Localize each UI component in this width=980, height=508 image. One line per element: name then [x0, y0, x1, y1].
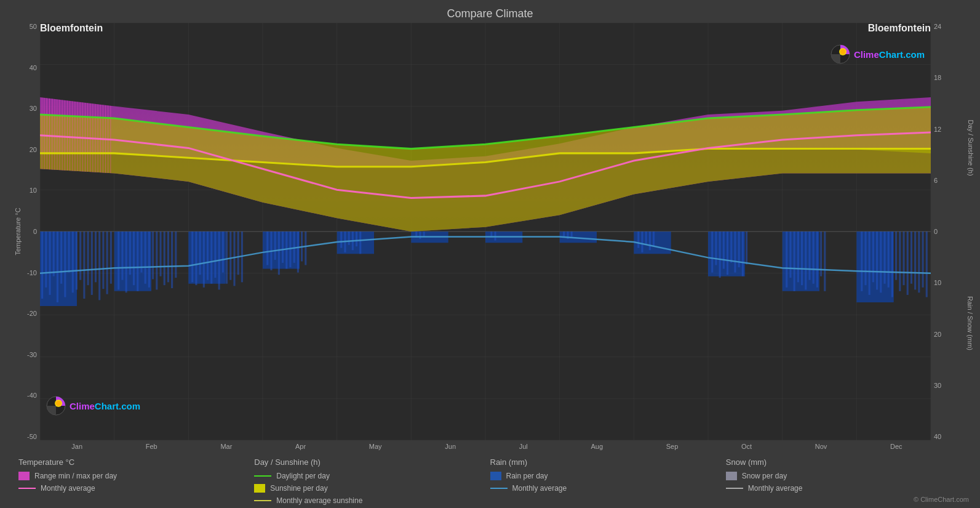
- svg-rect-59: [102, 232, 104, 289]
- snow-avg-label: Monthly average: [748, 484, 803, 493]
- svg-rect-144: [864, 232, 866, 285]
- svg-rect-82: [207, 232, 209, 280]
- legend-sunshine: Sunshine per day: [254, 484, 490, 493]
- daylight-label: Daylight per day: [276, 472, 330, 480]
- svg-rect-136: [801, 232, 803, 285]
- svg-rect-45: [49, 232, 50, 295]
- legend-col-temperature: Temperature °C Range min / max per day M…: [18, 458, 254, 505]
- svg-rect-150: [888, 232, 890, 288]
- brand-text-bottom: ClimeChart.com: [70, 401, 140, 411]
- svg-rect-76: [171, 232, 173, 288]
- svg-rect-139: [813, 232, 815, 284]
- svg-rect-80: [199, 232, 201, 275]
- svg-rect-78: [191, 232, 193, 282]
- svg-rect-96: [282, 232, 284, 263]
- legend-rain-title: Rain (mm): [490, 458, 726, 467]
- svg-rect-140: [816, 232, 818, 288]
- svg-rect-68: [140, 232, 142, 273]
- svg-rect-58: [98, 232, 100, 300]
- svg-rect-127: [730, 232, 732, 263]
- svg-rect-122: [711, 232, 713, 273]
- svg-rect-54: [83, 232, 85, 299]
- svg-rect-86: [222, 232, 224, 273]
- svg-rect-94: [274, 232, 276, 260]
- x-tick-may: May: [369, 443, 382, 450]
- svg-rect-88: [229, 232, 231, 280]
- svg-rect-66: [133, 232, 135, 285]
- x-tick-jul: Jul: [519, 443, 528, 450]
- svg-rect-126: [727, 232, 728, 275]
- rain-avg-label: Monthly average: [512, 484, 567, 493]
- sunshine-avg-label: Monthly average sunshine: [276, 496, 362, 505]
- x-tick-jan: Jan: [71, 443, 82, 450]
- svg-rect-149: [883, 232, 885, 284]
- svg-rect-125: [723, 232, 725, 269]
- svg-rect-121: [653, 232, 655, 246]
- svg-rect-72: [156, 232, 157, 289]
- svg-rect-83: [210, 232, 212, 284]
- svg-rect-147: [876, 232, 878, 289]
- legend-sunshine-avg: Monthly average sunshine: [254, 496, 490, 505]
- y-axis-left-label: Temperature °C: [14, 208, 22, 255]
- rain-per-day-label: Rain per day: [506, 472, 548, 480]
- svg-rect-124: [719, 232, 721, 278]
- svg-rect-153: [899, 232, 901, 291]
- svg-rect-51: [72, 232, 74, 292]
- rain-swatch: [490, 472, 501, 480]
- svg-rect-57: [95, 232, 97, 282]
- svg-rect-47: [57, 232, 58, 302]
- x-tick-nov: Nov: [815, 443, 827, 450]
- y-axis-right: Day / Sunshine (h) Rain / Snow (mm) 24 1…: [931, 23, 974, 440]
- temp-avg-line: [18, 488, 36, 489]
- svg-rect-111: [423, 232, 425, 236]
- brand-text: ClimeChart.com: [854, 49, 925, 60]
- svg-rect-159: [922, 232, 924, 288]
- rain-avg-line: [490, 488, 508, 489]
- svg-rect-77: [175, 232, 177, 278]
- svg-rect-95: [278, 232, 280, 275]
- daylight-line: [254, 475, 271, 477]
- legend-sun-title: Day / Sunshine (h): [254, 458, 490, 467]
- brand-icon-bottom: [46, 396, 66, 416]
- svg-rect-46: [53, 232, 55, 276]
- legend-snow-per-day: Snow per day: [726, 472, 962, 480]
- svg-rect-132: [786, 232, 787, 288]
- svg-rect-148: [880, 232, 882, 292]
- svg-rect-117: [637, 232, 639, 248]
- svg-rect-128: [734, 232, 736, 273]
- svg-rect-48: [60, 232, 62, 284]
- svg-rect-108: [359, 232, 361, 254]
- svg-rect-155: [907, 232, 909, 295]
- copyright: © ClimeChart.com: [914, 496, 969, 503]
- svg-rect-74: [164, 232, 165, 285]
- svg-rect-134: [794, 232, 795, 291]
- sunshine-avg-line: [254, 500, 271, 501]
- x-tick-dec: Dec: [890, 443, 902, 450]
- x-tick-jun: Jun: [445, 443, 456, 450]
- y-axis-right-label-top: Day / Sunshine (h): [966, 120, 974, 176]
- svg-rect-60: [106, 232, 108, 294]
- svg-rect-63: [121, 232, 123, 280]
- svg-rect-138: [808, 232, 810, 280]
- chart-plot: Bloemfontein Bloemfontein ClimeChart.com: [40, 23, 931, 440]
- x-tick-sep: Sep: [666, 443, 679, 450]
- snow-swatch: [726, 472, 737, 480]
- svg-rect-118: [641, 232, 643, 252]
- snow-avg-line: [726, 488, 743, 489]
- svg-rect-102: [305, 232, 306, 265]
- chart-area: Temperature °C 50 40 30 20 10 0 -10 -20 …: [6, 23, 974, 440]
- svg-rect-92: [266, 232, 268, 265]
- legend-col-rain: Rain (mm) Rain per day Monthly average: [490, 458, 726, 505]
- svg-rect-107: [356, 232, 357, 246]
- sunshine-label: Sunshine per day: [270, 484, 327, 493]
- svg-rect-98: [289, 232, 291, 267]
- svg-rect-56: [91, 232, 93, 295]
- svg-rect-89: [233, 232, 235, 286]
- legend-daylight: Daylight per day: [254, 472, 490, 480]
- svg-rect-100: [297, 232, 299, 273]
- svg-rect-119: [645, 232, 647, 245]
- chart-svg: [40, 23, 931, 440]
- x-tick-feb: Feb: [146, 443, 157, 450]
- legend-temp-avg: Monthly average: [18, 484, 254, 493]
- svg-rect-43: [41, 232, 43, 299]
